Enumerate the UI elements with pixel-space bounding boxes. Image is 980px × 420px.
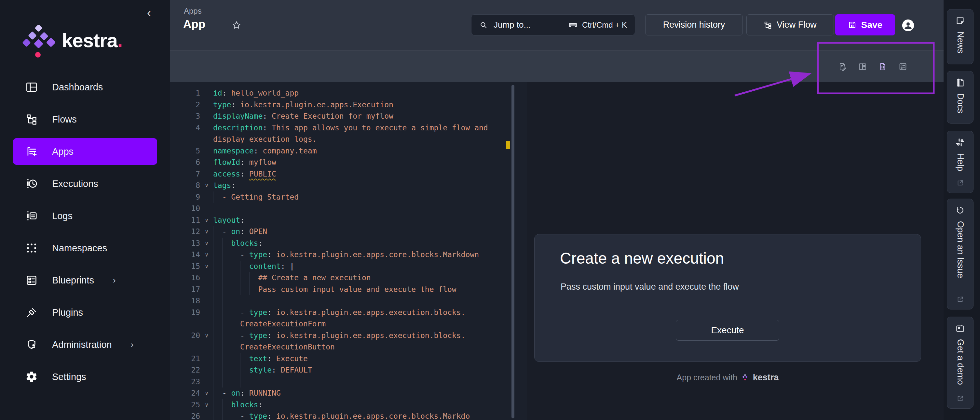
code-line: 7access: PUBLIC [170, 168, 527, 180]
overview-warning-marker [506, 141, 510, 149]
code-line: 25∨blocks: [170, 399, 527, 411]
line-number: 19 [170, 307, 200, 319]
sidebar-item-label: Flows [52, 114, 77, 125]
line-number: 4 [170, 122, 200, 134]
indent-guide [213, 284, 222, 295]
sidebar-item-logs[interactable]: Logs [13, 203, 157, 229]
fold-gutter [200, 111, 213, 122]
indent-guide [222, 249, 231, 261]
jump-to-search[interactable]: Jump to... Ctrl/Cmd + K [471, 14, 635, 35]
indent-guide [213, 353, 222, 365]
code-line: 17Pass custom input value and execute th… [170, 284, 527, 295]
rail-tab-label: News [955, 32, 966, 54]
fold-icon[interactable]: ∨ [200, 249, 213, 261]
line-number: 23 [170, 376, 200, 388]
rail-tab-help[interactable]: Help [947, 131, 974, 193]
rail-tab-label: Docs [955, 93, 966, 113]
line-number: 14 [170, 249, 200, 261]
indent-guide [213, 376, 222, 388]
indent-guide [213, 330, 222, 342]
rail-tab-get-a-demo[interactable]: Get a demo [947, 317, 974, 409]
rail-tab-news[interactable]: News [947, 9, 974, 64]
indent-guide [231, 284, 240, 295]
sidebar-item-administration[interactable]: Administration› [13, 331, 157, 358]
sidebar-item-dashboards[interactable]: Dashboards [13, 74, 157, 100]
fold-icon[interactable]: ∨ [200, 399, 213, 411]
indent-guide [222, 410, 231, 420]
form-view-icon[interactable] [898, 62, 907, 71]
sidebar-item-blueprints[interactable]: Blueprints› [13, 267, 157, 293]
fold-icon[interactable]: ∨ [200, 387, 213, 399]
code-line: 21text: Execute [170, 353, 527, 365]
news-icon [955, 16, 965, 26]
indent-guide [213, 238, 222, 249]
code-line: 2type: io.kestra.plugin.ee.apps.Executio… [170, 99, 527, 111]
split-view-icon[interactable] [858, 62, 867, 71]
sidebar-item-flows[interactable]: Flows [13, 106, 157, 133]
fold-icon[interactable]: ∨ [200, 180, 213, 192]
line-number: 8 [170, 180, 200, 192]
issue-icon [955, 206, 965, 215]
file-edit-view-icon[interactable] [838, 62, 847, 71]
code-line: 16## Create a new execution [170, 272, 527, 284]
favorite-star-icon[interactable] [231, 20, 242, 30]
indent-guide [240, 365, 249, 376]
editor-scrollbar[interactable] [511, 85, 514, 418]
indent-guide [231, 295, 240, 307]
sidebar-item-apps[interactable]: Apps [13, 138, 157, 165]
app-footer: App created with kestra [527, 372, 928, 383]
line-number: 9 [170, 192, 200, 203]
file-table-view-icon[interactable] [878, 62, 887, 71]
indent-guide [213, 307, 222, 319]
kestra-logo[interactable]: kestra. [23, 25, 123, 56]
execute-button[interactable]: Execute [676, 320, 779, 341]
sidebar-item-settings[interactable]: Settings [13, 363, 157, 390]
indent-guide [231, 318, 240, 330]
breadcrumb[interactable]: Apps [184, 6, 202, 16]
indent-guide [222, 307, 231, 319]
execution-card: Create a new execution Pass custom input… [534, 234, 921, 362]
fold-icon[interactable]: ∨ [200, 261, 213, 273]
fold-gutter [200, 295, 213, 307]
rail-tab-open-an-issue[interactable]: Open an Issue [947, 199, 974, 309]
code-line: 26- type: io.kestra.plugin.ee.apps.core.… [170, 410, 527, 420]
app-preview-panel: Create a new execution Pass custom input… [527, 82, 943, 420]
sidebar-item-executions[interactable]: Executions [13, 170, 157, 197]
user-avatar[interactable] [902, 19, 914, 31]
indent-guide [231, 376, 240, 388]
line-number: 2 [170, 99, 200, 111]
fold-gutter [200, 87, 213, 99]
code-editor[interactable]: 1id: hello_world_app2type: io.kestra.plu… [170, 82, 527, 420]
line-number: 6 [170, 157, 200, 168]
fold-icon[interactable]: ∨ [200, 214, 213, 226]
fold-gutter [200, 122, 213, 134]
code-rows: 1id: hello_world_app2type: io.kestra.plu… [170, 87, 527, 420]
fold-icon[interactable]: ∨ [200, 226, 213, 238]
line-number [170, 134, 200, 145]
indent-guide [213, 387, 222, 399]
code-line: 15∨content: | [170, 261, 527, 273]
save-button[interactable]: Save [835, 14, 895, 35]
flow-icon [764, 21, 772, 29]
sidebar-collapse-icon[interactable]: ‹ [147, 7, 151, 19]
indent-guide [222, 341, 231, 353]
rail-tab-docs[interactable]: Docs [947, 71, 974, 124]
indent-guide [213, 365, 222, 376]
code-line: 4description: This app allows you to exe… [170, 122, 527, 134]
indent-guide [213, 318, 222, 330]
fold-icon[interactable]: ∨ [200, 330, 213, 342]
indent-guide [213, 192, 222, 203]
line-number [170, 341, 200, 353]
indent-guide [213, 410, 222, 420]
sidebar-item-namespaces[interactable]: Namespaces [13, 235, 157, 262]
fold-icon[interactable]: ∨ [200, 238, 213, 249]
sidebar-item-label: Executions [52, 179, 98, 189]
chevron-right-icon: › [113, 275, 116, 285]
revision-history-button[interactable]: Revision history [645, 14, 743, 35]
indent-guide [222, 353, 231, 365]
sidebar-item-plugins[interactable]: Plugins [13, 299, 157, 326]
sidebar-item-label: Administration [52, 339, 112, 350]
rail-tab-label: Help [955, 153, 966, 171]
view-flow-button[interactable]: View Flow [746, 14, 834, 35]
fold-gutter [200, 99, 213, 111]
